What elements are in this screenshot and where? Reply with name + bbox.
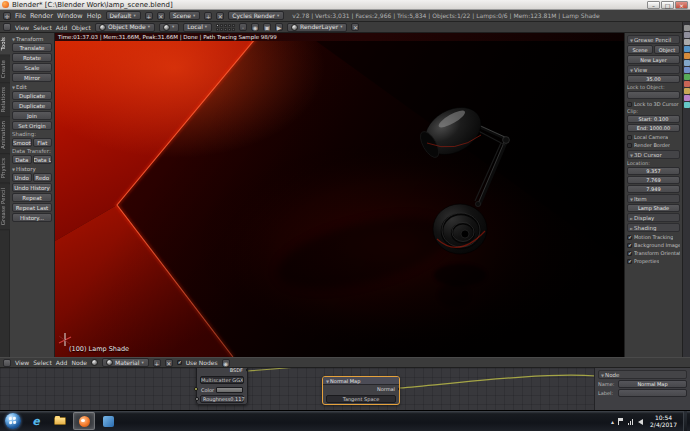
normal-map-node[interactable]: ▼Normal Map Normal Tangent Space — [322, 376, 400, 405]
mirror-button[interactable]: Mirror — [12, 73, 52, 82]
add-layout-button[interactable]: + — [145, 12, 153, 20]
tab-animation[interactable]: Animation — [0, 117, 10, 154]
local-camera-checkbox[interactable] — [627, 135, 632, 140]
undo-history-button[interactable]: Undo History — [12, 183, 52, 192]
mode-select[interactable]: Object Mode▾ — [95, 23, 155, 32]
set-origin-button[interactable]: Set Origin — [12, 121, 52, 130]
grease-source-scene-button[interactable]: Scene — [627, 45, 653, 54]
render-layers-tab-icon[interactable] — [684, 32, 690, 38]
scene-select[interactable]: Scene▾ — [169, 11, 201, 20]
clip-start-field[interactable]: Start: 0.100 — [627, 115, 680, 123]
snap-magnet-icon[interactable]: ◉ — [251, 23, 259, 31]
glossy-bsdf-node[interactable]: BSDF Multiscatter GGX Color Roughness 0.… — [196, 368, 248, 405]
lock-to-object-field[interactable] — [627, 91, 680, 99]
data-transfer-button[interactable]: Data — [12, 155, 32, 164]
hidden-icons-chevron-icon[interactable]: ▴ — [611, 418, 614, 425]
background-images-label[interactable]: Background Images — [634, 242, 680, 248]
normal-output-socket[interactable] — [398, 387, 399, 391]
repeat-button[interactable]: Repeat — [12, 193, 52, 202]
viewport-menu-select[interactable]: Select — [33, 24, 52, 31]
layers-widget[interactable] — [216, 24, 235, 31]
tab-create[interactable]: Create — [0, 56, 10, 83]
viewport-menu-object[interactable]: Object — [71, 24, 91, 31]
delete-scene-button[interactable]: ✕ — [216, 12, 224, 20]
properties-panel-checkbox[interactable] — [627, 259, 632, 264]
node-label-field[interactable] — [618, 389, 687, 397]
file-explorer-taskbar-icon[interactable] — [49, 412, 71, 430]
menu-file[interactable]: File — [15, 12, 26, 20]
taskbar-clock[interactable]: 10:54 2/4/2017 — [647, 414, 680, 428]
render-layer-select[interactable]: RenderLayer▾ — [287, 23, 347, 32]
pivot-point-select[interactable]: Local▾ — [183, 23, 212, 32]
duplicate-button[interactable]: Duplicate — [12, 91, 52, 100]
normal-map-node-header[interactable]: ▼Normal Map — [323, 377, 399, 385]
space-select[interactable]: Tangent Space — [326, 395, 396, 403]
object-tab-icon[interactable] — [684, 53, 690, 59]
history-more-button[interactable]: History... — [12, 213, 52, 222]
texture-tab-icon[interactable] — [684, 88, 690, 94]
roughness-input-socket[interactable] — [195, 397, 199, 401]
menu-help[interactable]: Help — [87, 12, 102, 20]
start-button[interactable] — [5, 413, 21, 429]
rotate-button[interactable]: Rotate — [12, 53, 52, 62]
shading-panel-header[interactable]: ►Shading — [627, 223, 680, 232]
cursor-y-field[interactable]: 7.769 — [627, 176, 680, 184]
tab-physics[interactable]: Physics — [0, 154, 10, 183]
node-editor-type-icon[interactable] — [3, 359, 11, 367]
bsdf-output-socket[interactable] — [246, 368, 247, 372]
node-menu-node[interactable]: Node — [71, 359, 87, 366]
view-panel-header[interactable]: ▼View — [627, 65, 680, 74]
render-anim-icon[interactable]: ▶ — [275, 23, 283, 31]
grease-source-object-button[interactable]: Object — [654, 45, 680, 54]
duplicate-linked-button[interactable]: Duplicate — [12, 101, 52, 110]
edit-section-header[interactable]: ▼Edit — [12, 83, 52, 91]
tab-tools[interactable]: Tools — [0, 33, 10, 56]
redo-button[interactable]: Redo — [33, 173, 53, 182]
shade-smooth-button[interactable]: Smooth — [12, 138, 32, 147]
cursor-x-field[interactable]: 9.357 — [627, 167, 680, 175]
history-section-header[interactable]: ▼History — [12, 165, 52, 173]
transform-orientations-label[interactable]: Transform Orientations — [634, 250, 680, 256]
motion-tracking-label[interactable]: Motion Tracking — [634, 234, 673, 240]
repeat-last-button[interactable]: Repeat Last — [12, 203, 52, 212]
blender-taskbar-icon[interactable] — [73, 412, 95, 430]
node-name-field[interactable]: Normal Map — [618, 380, 687, 388]
motion-tracking-checkbox[interactable] — [627, 235, 632, 240]
network-icon[interactable] — [627, 418, 634, 425]
object-data-tab-icon[interactable] — [684, 74, 690, 80]
blender-menu-icon[interactable]: ✛ — [3, 12, 11, 20]
transform-section-header[interactable]: ▼Transform — [12, 35, 52, 43]
item-panel-header[interactable]: ▼Item — [627, 194, 680, 203]
distribution-select[interactable]: Multiscatter GGX — [200, 376, 244, 384]
internet-explorer-taskbar-icon[interactable]: e — [25, 412, 47, 430]
screen-layout-select[interactable]: Default▾ — [106, 11, 141, 20]
particles-tab-icon[interactable] — [684, 95, 690, 101]
cursor-panel-header[interactable]: ▼3D Cursor — [627, 150, 680, 159]
transform-orientations-checkbox[interactable] — [627, 251, 632, 256]
delete-layout-button[interactable]: ✕ — [157, 12, 165, 20]
new-layer-button[interactable]: New Layer — [627, 55, 680, 64]
render-still-icon[interactable]: ▣ — [263, 23, 271, 31]
unlink-material-button[interactable]: ✕ — [165, 359, 173, 367]
node-canvas[interactable]: BSDF Multiscatter GGX Color Roughness 0.… — [0, 368, 690, 410]
show-desktop-button[interactable] — [683, 411, 687, 431]
viewport-3d[interactable]: Time:01:37.03 | Mem:31.66M, Peak:31.66M … — [55, 33, 624, 357]
action-center-icon[interactable] — [617, 418, 624, 425]
close-button[interactable]: × — [675, 1, 688, 9]
world-tab-icon[interactable] — [684, 46, 690, 52]
render-tab-icon[interactable] — [684, 25, 690, 31]
constraints-tab-icon[interactable] — [684, 60, 690, 66]
roughness-slider[interactable]: Roughness 0.117 — [200, 395, 244, 403]
properties-panel-label[interactable]: Properties — [634, 258, 659, 264]
node-menu-view[interactable]: View — [15, 359, 29, 366]
media-player-taskbar-icon[interactable] — [97, 412, 119, 430]
lock-to-cursor-checkbox[interactable] — [627, 102, 632, 107]
join-button[interactable]: Join — [12, 111, 52, 120]
lock-icon[interactable]: ◦ — [239, 23, 247, 31]
material-tab-icon[interactable] — [684, 81, 690, 87]
physics-tab-icon[interactable] — [684, 102, 690, 108]
material-select[interactable]: Material▾ — [102, 358, 149, 367]
background-images-checkbox[interactable] — [627, 243, 632, 248]
translate-button[interactable]: Translate — [12, 43, 52, 52]
tab-relations[interactable]: Relations — [0, 83, 10, 117]
